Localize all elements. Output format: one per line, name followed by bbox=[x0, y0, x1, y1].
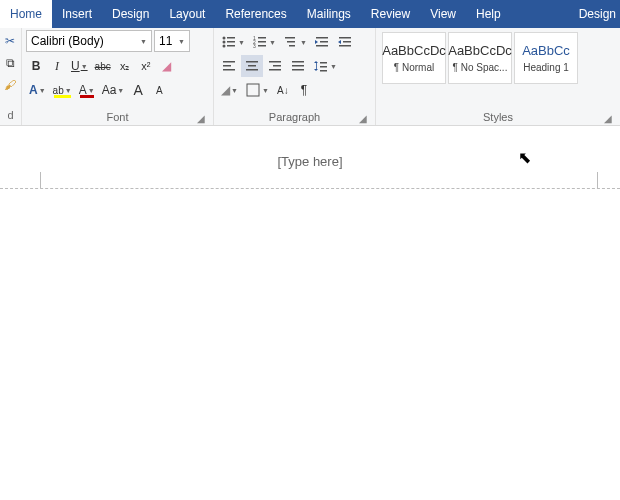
tab-review[interactable]: Review bbox=[361, 0, 420, 28]
align-left-icon bbox=[221, 58, 237, 74]
svg-rect-25 bbox=[248, 65, 256, 67]
font-group: ▼ ▼ B I U▼ abc x₂ x² ◢ A▼ ab▼ A▼ Aa▼ A A… bbox=[22, 28, 214, 125]
svg-rect-3 bbox=[227, 41, 235, 43]
tab-mailings[interactable]: Mailings bbox=[297, 0, 361, 28]
line-spacing-icon bbox=[313, 58, 329, 74]
italic-button[interactable]: I bbox=[47, 55, 67, 77]
placeholder-text: [Type here] bbox=[0, 154, 620, 169]
svg-rect-18 bbox=[339, 37, 351, 39]
chevron-down-icon: ▼ bbox=[88, 87, 95, 94]
tab-insert[interactable]: Insert bbox=[52, 0, 102, 28]
border-icon bbox=[245, 82, 261, 98]
bold-button[interactable]: B bbox=[26, 55, 46, 77]
svg-rect-17 bbox=[316, 45, 328, 47]
cut-button[interactable]: ✂ bbox=[0, 30, 20, 52]
font-size-combo[interactable]: ▼ bbox=[154, 30, 190, 52]
eraser-icon: ◢ bbox=[162, 59, 171, 73]
margin-marks bbox=[0, 172, 620, 188]
styles-dialog-launcher[interactable]: ◢ bbox=[602, 112, 614, 124]
font-name-combo[interactable]: ▼ bbox=[26, 30, 152, 52]
text-effects-button[interactable]: A▼ bbox=[26, 79, 49, 101]
line-spacing-button[interactable]: ▼ bbox=[310, 55, 340, 77]
font-size-input[interactable] bbox=[159, 34, 177, 48]
bullets-button[interactable]: ▼ bbox=[218, 31, 248, 53]
ribbon-tabs: Home Insert Design Layout References Mai… bbox=[0, 0, 620, 28]
styles-group: AaBbCcDc ¶ Normal AaBbCcDc ¶ No Spac... … bbox=[376, 28, 620, 125]
font-name-input[interactable] bbox=[31, 34, 139, 48]
bullets-icon bbox=[221, 34, 237, 50]
chevron-down-icon: ▼ bbox=[81, 63, 88, 70]
svg-rect-20 bbox=[339, 45, 351, 47]
superscript-button[interactable]: x² bbox=[136, 55, 156, 77]
paragraph-group: ▼ 123▼ ▼ ▼ ◢▼ ▼ A↓ ¶ Paragraph◢ bbox=[214, 28, 376, 125]
multilevel-list-button[interactable]: ▼ bbox=[280, 31, 310, 53]
svg-rect-37 bbox=[247, 84, 259, 96]
ribbon: ✂ ⧉ 🖌 d ▼ ▼ B I U▼ abc x₂ x² ◢ A▼ ab▼ bbox=[0, 28, 620, 126]
shrink-font-button[interactable]: A bbox=[149, 79, 169, 101]
numbering-button[interactable]: 123▼ bbox=[249, 31, 279, 53]
change-case-button[interactable]: Aa▼ bbox=[99, 79, 128, 101]
font-color-button[interactable]: A▼ bbox=[76, 79, 98, 101]
svg-point-4 bbox=[223, 45, 226, 48]
tab-design[interactable]: Design bbox=[102, 0, 159, 28]
justify-button[interactable] bbox=[287, 55, 309, 77]
clipboard-label: d bbox=[0, 107, 21, 123]
align-center-button[interactable] bbox=[241, 55, 263, 77]
format-painter-button[interactable]: 🖌 bbox=[0, 74, 20, 96]
paragraph-group-label: Paragraph bbox=[269, 111, 320, 123]
align-right-button[interactable] bbox=[264, 55, 286, 77]
font-dialog-launcher[interactable]: ◢ bbox=[195, 112, 207, 124]
bucket-icon: ◢ bbox=[221, 83, 230, 97]
svg-rect-31 bbox=[292, 65, 304, 67]
copy-icon: ⧉ bbox=[6, 56, 15, 70]
style-name: ¶ Normal bbox=[394, 62, 434, 73]
svg-rect-11 bbox=[258, 45, 266, 47]
style-preview: AaBbCcDc bbox=[382, 43, 446, 58]
svg-rect-23 bbox=[223, 69, 235, 71]
tab-table-design[interactable]: Design bbox=[569, 0, 620, 28]
brush-icon: 🖌 bbox=[4, 78, 16, 92]
style-name: Heading 1 bbox=[523, 62, 569, 73]
chevron-down-icon: ▼ bbox=[140, 38, 147, 45]
tab-references[interactable]: References bbox=[215, 0, 296, 28]
grow-font-button[interactable]: A bbox=[128, 79, 148, 101]
borders-button[interactable]: ▼ bbox=[242, 79, 272, 101]
svg-rect-24 bbox=[246, 61, 258, 63]
justify-icon bbox=[290, 58, 306, 74]
svg-rect-26 bbox=[246, 69, 258, 71]
shading-button[interactable]: ◢▼ bbox=[218, 79, 241, 101]
document-area[interactable]: [Type here] ⬉ bbox=[0, 126, 620, 500]
tab-layout[interactable]: Layout bbox=[159, 0, 215, 28]
increase-indent-button[interactable] bbox=[334, 31, 356, 53]
show-marks-button[interactable]: ¶ bbox=[294, 79, 314, 101]
chevron-down-icon: ▼ bbox=[238, 39, 245, 46]
strikethrough-button[interactable]: abc bbox=[92, 55, 114, 77]
align-left-button[interactable] bbox=[218, 55, 240, 77]
highlight-label: ab bbox=[53, 85, 64, 96]
chevron-down-icon: ▼ bbox=[231, 87, 238, 94]
highlight-button[interactable]: ab▼ bbox=[50, 79, 75, 101]
style-no-spacing[interactable]: AaBbCcDc ¶ No Spac... bbox=[448, 32, 512, 84]
tab-view[interactable]: View bbox=[420, 0, 466, 28]
multilevel-icon bbox=[283, 34, 299, 50]
style-heading1[interactable]: AaBbCc Heading 1 bbox=[514, 32, 578, 84]
style-preview: AaBbCcDc bbox=[448, 43, 512, 58]
svg-rect-14 bbox=[289, 45, 295, 47]
clear-formatting-button[interactable]: ◢ bbox=[157, 55, 177, 77]
copy-button[interactable]: ⧉ bbox=[0, 52, 20, 74]
svg-text:3: 3 bbox=[253, 43, 256, 49]
underline-button[interactable]: U▼ bbox=[68, 55, 91, 77]
sort-button[interactable]: A↓ bbox=[273, 79, 293, 101]
svg-rect-19 bbox=[343, 41, 351, 43]
chevron-down-icon: ▼ bbox=[178, 38, 185, 45]
paragraph-dialog-launcher[interactable]: ◢ bbox=[357, 112, 369, 124]
tab-home[interactable]: Home bbox=[0, 0, 52, 28]
tab-help[interactable]: Help bbox=[466, 0, 511, 28]
chevron-down-icon: ▼ bbox=[330, 63, 337, 70]
style-normal[interactable]: AaBbCcDc ¶ Normal bbox=[382, 32, 446, 84]
subscript-button[interactable]: x₂ bbox=[115, 55, 135, 77]
style-name: ¶ No Spac... bbox=[453, 62, 508, 73]
decrease-indent-button[interactable] bbox=[311, 31, 333, 53]
svg-rect-35 bbox=[320, 66, 327, 68]
svg-rect-30 bbox=[292, 61, 304, 63]
